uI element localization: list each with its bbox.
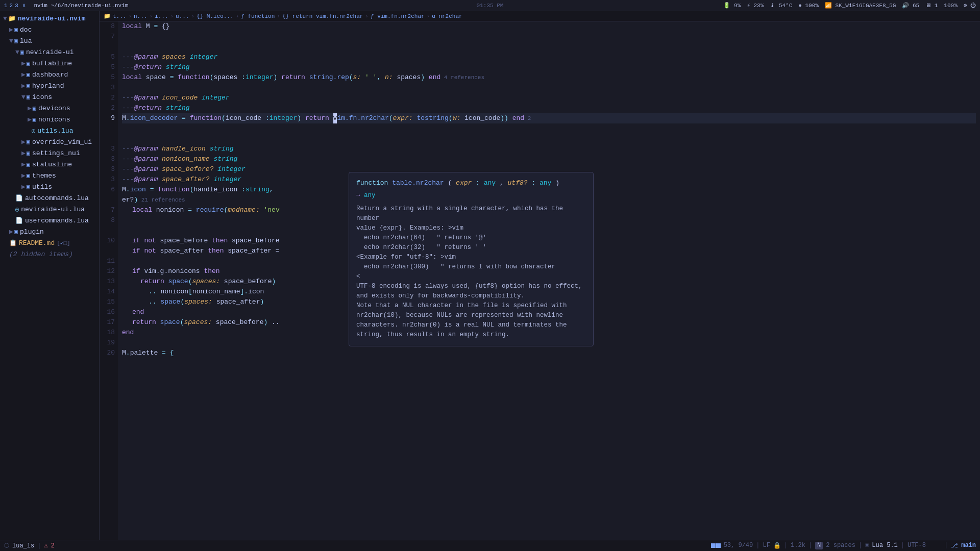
workspace-1[interactable]: 1 (4, 3, 8, 9)
sidebar-item-nonicons[interactable]: ▶ ▣ nonicons (0, 114, 99, 126)
sidebar-item-neviraide-ui[interactable]: ▼ ▣ neviraide-ui (0, 47, 99, 58)
line-num-17: 17 (100, 317, 115, 328)
box-icons (711, 542, 721, 549)
comment: --- (122, 52, 134, 62)
sidebar-item-autocommands[interactable]: 📄 autocommands.lua (0, 193, 99, 204)
line-num-7: 7 (100, 32, 115, 42)
code-line-14: ---@param nonicon_name string (122, 154, 976, 164)
arrow-icon: ▼ (9, 36, 13, 46)
keyword: local (122, 72, 142, 83)
sidebar-item-lua[interactable]: ▼ ▣ lua (0, 36, 99, 47)
type: integer (190, 52, 218, 62)
arrow-icon: ▼ (3, 14, 7, 24)
folder-label: themes (32, 171, 56, 181)
variable: M (142, 21, 154, 32)
workspace-3[interactable]: 3 (15, 3, 18, 9)
file-label: utils.lua (37, 126, 73, 136)
file-icon: 📄 (15, 216, 23, 226)
comment: --- (122, 93, 134, 103)
workspace-2[interactable]: 2 (10, 3, 13, 9)
sidebar-item-plugin[interactable]: ▶ ▣ plugin (0, 227, 99, 238)
line-num-2: 2 (100, 93, 115, 103)
popup-signature: function table.nr2char ( expr : any , ut… (356, 179, 586, 188)
line-num-5: 5 (100, 52, 115, 62)
sidebar-item-themes[interactable]: ▶ ▣ themes (0, 170, 99, 182)
system-icons: ⚙ ⏻ (964, 2, 976, 9)
line-num-3e: 3 (100, 174, 115, 185)
breadcrumb: 📁 t... › n... › i... › u... › {} M.ico..… (100, 11, 980, 21)
folder-icon: ▣ (27, 160, 30, 170)
code-line-7 (122, 83, 976, 93)
line-num-blank3 (100, 134, 115, 144)
folder-icon: ▣ (27, 92, 30, 103)
arrow-icon: ▶ (28, 104, 32, 114)
statusbar-left: ⬡ lua_ls | ⚠ 2 (4, 542, 55, 549)
sidebar-item-statusline[interactable]: ▶ ▣ statusline (0, 159, 99, 170)
line-num-7b: 7 (100, 205, 115, 215)
sidebar-item-utils[interactable]: ▶ ▣ utils (0, 182, 99, 193)
cursor: v (333, 113, 337, 123)
encoding: UTF-8 (908, 542, 926, 549)
sidebar-item-override[interactable]: ▶ ▣ override_vim_ui (0, 137, 99, 148)
lsp-icon: ⬡ (4, 542, 9, 549)
line-num-16: 16 (100, 307, 115, 317)
arrow-icon: ▶ (21, 148, 26, 159)
lsp-name: lua_ls (12, 542, 34, 549)
percent-display: 100% (944, 3, 957, 9)
topbar-center: 01:35 PM (477, 3, 504, 9)
breadcrumb-1: t... (113, 13, 126, 19)
popup-return: → any (356, 191, 586, 200)
brightness-display: ● 100% (798, 3, 819, 9)
folder-label: utils (32, 182, 52, 192)
neovim-icon: ∧ (22, 2, 26, 9)
arrow-icon: ▶ (21, 171, 26, 181)
sidebar-root[interactable]: ▼ 📁 neviraide-ui.nvim (0, 13, 99, 24)
sidebar-item-hyprland[interactable]: ▶ ▣ hyprland (0, 81, 99, 92)
battery-display: 🔋 9% (723, 2, 741, 9)
code-line-6: local space = function (spaces :integer)… (122, 72, 976, 83)
type: string (166, 62, 190, 72)
statusbar: ⬡ lua_ls | ⚠ 2 53, 9/49 | LF 🔒 | 1.2k | … (0, 540, 980, 551)
sidebar-item-settings[interactable]: ▶ ▣ settings_nui (0, 148, 99, 159)
sidebar-item-devicons[interactable]: ▶ ▣ devicons (0, 103, 99, 114)
code-line-11 (122, 123, 976, 134)
popup-param2: utf8? (508, 179, 528, 187)
arrow-icon: ▶ (21, 70, 26, 80)
box-filled-2 (716, 543, 721, 548)
breadcrumb-6: ƒ function (241, 13, 275, 19)
hidden-label: (2 hidden items) (9, 249, 73, 260)
line-num-13: 13 (100, 277, 115, 287)
sidebar-item-utils-lua[interactable]: ◎ utils.lua (0, 126, 99, 137)
code-line-12 (122, 134, 976, 144)
statusbar-right: 53, 9/49 | LF 🔒 | 1.2k | N 2 spaces | ⌘ … (711, 542, 976, 549)
line-num-8: 8 (100, 21, 115, 32)
arrow-icon: ▶ (21, 81, 26, 91)
operator: = (154, 21, 158, 32)
arrow-icon: ▶ (21, 59, 26, 69)
root-label: neviraide-ui.nvim (18, 14, 86, 24)
folder-icon: ▣ (14, 25, 18, 35)
sidebar-item-neviraide-ui-lua[interactable]: ◎ neviraide-ui.lua (0, 204, 99, 215)
folder-label: override_vim_ui (32, 137, 92, 147)
folder-label: hyprland (32, 81, 64, 91)
branch-icon: ⎇ (951, 542, 958, 549)
workspace-numbers[interactable]: 1 2 3 (4, 3, 18, 9)
sidebar-item-icons[interactable]: ▼ ▣ icons (0, 92, 99, 103)
line-num-11: 11 (100, 256, 115, 266)
sidebar-item-buftabline[interactable]: ▶ ▣ buftabline (0, 58, 99, 69)
sidebar-item-readme[interactable]: 📋 README.md [ ✓ □ ] (0, 238, 99, 249)
line-num-3b: 3 (100, 144, 115, 154)
sidebar-item-dashboard[interactable]: ▶ ▣ dashboard (0, 69, 99, 81)
popup-body: Return a string with a single character,… (356, 204, 586, 340)
arrow-icon: ▶ (9, 227, 13, 237)
sidebar-item-usercommands[interactable]: 📄 usercommands.lua (0, 215, 99, 227)
folder-icon: ▣ (27, 70, 30, 80)
line-num-blank2 (100, 123, 115, 134)
breadcrumb-7: {} return vim.fn.nr2char (282, 13, 363, 19)
sidebar-item-doc[interactable]: ▶ ▣ doc (0, 24, 99, 36)
arrow-icon: ▶ (28, 115, 32, 125)
error-count: 2 (51, 542, 55, 549)
line-num-3d: 3 (100, 164, 115, 174)
line-num-19: 19 (100, 338, 115, 348)
line-numbers: 8 7 5 5 5 3 2 2 9 3 3 3 3 6 7 8 (100, 21, 118, 540)
